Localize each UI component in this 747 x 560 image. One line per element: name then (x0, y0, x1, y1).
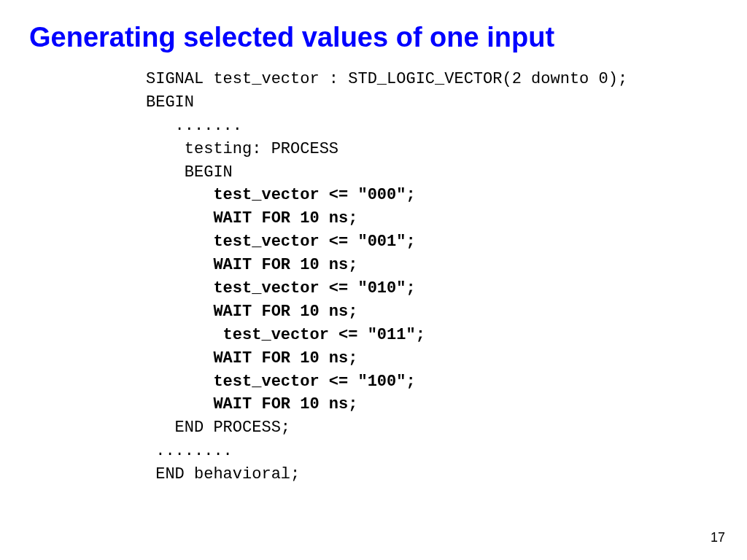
code-line-13: test_vector <= "011"; (146, 324, 747, 347)
code-line-1: SIGNAL test_vector : STD_LOGIC_VECTOR(2 … (146, 68, 747, 91)
code-line-9: test_vector <= "001"; (146, 230, 747, 254)
code-line-12: WAIT FOR 10 ns; (146, 300, 747, 324)
code-line-17: END PROCESS; (146, 416, 747, 440)
code-line-10: WAIT FOR 10 ns; (146, 254, 747, 277)
code-line-11: test_vector <= "010"; (146, 277, 747, 300)
code-line-19: END behavioral; (146, 463, 747, 486)
code-line-16: WAIT FOR 10 ns; (146, 393, 747, 416)
code-line-4: ....... (146, 114, 747, 138)
code-block: SIGNAL test_vector : STD_LOGIC_VECTOR(2 … (0, 68, 747, 486)
code-line-6: BEGIN (146, 161, 747, 184)
code-line-18: ........ (146, 440, 747, 463)
code-line-5: testing: PROCESS (146, 138, 747, 161)
code-line-7: test_vector <= "000"; (146, 184, 747, 207)
slide-title: Generating selected values of one input (0, 0, 747, 68)
page-number: 17 (711, 530, 725, 545)
code-line-14: WAIT FOR 10 ns; (146, 347, 747, 370)
code-line-8: WAIT FOR 10 ns; (146, 207, 747, 230)
code-line-15: test_vector <= "100"; (146, 370, 747, 394)
code-line-3: BEGIN (146, 91, 747, 114)
